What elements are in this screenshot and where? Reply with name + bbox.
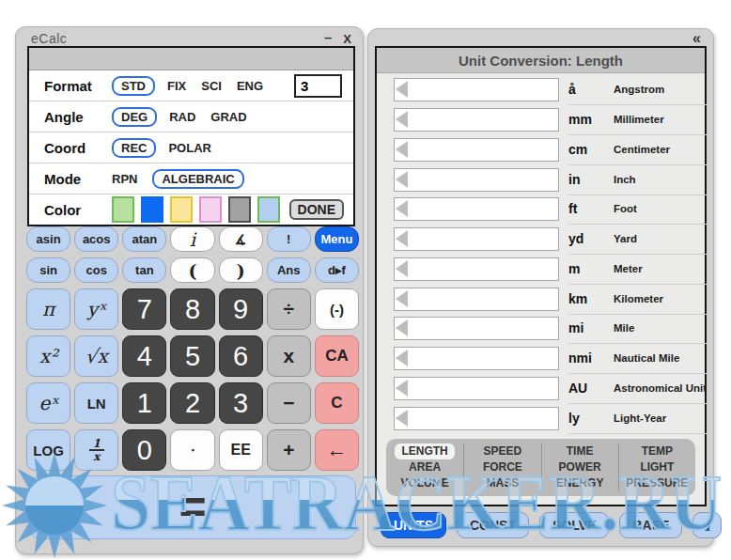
category-time[interactable]: TIME bbox=[560, 443, 600, 459]
tab-base[interactable]: BASE bbox=[619, 512, 682, 538]
minimize-icon[interactable]: – bbox=[324, 29, 332, 45]
open-paren-button[interactable]: ( bbox=[170, 257, 214, 283]
unit-input-mm[interactable] bbox=[394, 108, 559, 132]
subtract-button[interactable]: − bbox=[267, 382, 311, 424]
category-volume[interactable]: VOLUME bbox=[394, 475, 455, 491]
coord-option-rec[interactable]: REC bbox=[112, 138, 156, 158]
format-option-eng[interactable]: ENG bbox=[237, 79, 263, 93]
digit-4-button[interactable]: 4 bbox=[122, 335, 166, 377]
category-speed[interactable]: SPEED bbox=[477, 443, 529, 459]
unit-input-å[interactable] bbox=[394, 78, 559, 101]
color-swatch-green[interactable] bbox=[112, 196, 134, 223]
unit-input-ft[interactable] bbox=[394, 197, 559, 221]
digit-8-button[interactable]: 8 bbox=[170, 288, 214, 330]
unit-input-in[interactable] bbox=[394, 168, 559, 192]
info-tab[interactable]: i bbox=[692, 512, 722, 538]
atan-button[interactable]: atan bbox=[122, 226, 166, 252]
color-swatch-gray[interactable] bbox=[228, 196, 251, 223]
format-digits-input[interactable] bbox=[294, 74, 342, 98]
close-icon[interactable]: X bbox=[343, 32, 351, 46]
format-option-std[interactable]: STD bbox=[112, 76, 155, 96]
category-light[interactable]: LIGHT bbox=[633, 459, 680, 475]
multiply-button[interactable]: x bbox=[267, 335, 311, 377]
factorial-button[interactable]: ! bbox=[267, 226, 311, 252]
format-option-sci[interactable]: SCI bbox=[201, 79, 222, 93]
mode-option-algebraic[interactable]: ALGEBRAIC bbox=[152, 169, 243, 189]
color-swatch-pink[interactable] bbox=[199, 196, 222, 223]
square-button[interactable]: x² bbox=[26, 335, 70, 377]
unit-input-AU[interactable] bbox=[394, 377, 559, 400]
y-power-x-button[interactable]: yˣ bbox=[74, 288, 118, 330]
collapse-panel-icon[interactable]: « bbox=[692, 30, 699, 47]
angle-button[interactable]: ∡ bbox=[219, 226, 263, 252]
unit-row-m: mMeter bbox=[377, 255, 705, 285]
format-label: Format bbox=[44, 78, 112, 94]
unit-name: Kilometer bbox=[614, 293, 708, 304]
divide-button[interactable]: ÷ bbox=[267, 288, 311, 330]
negate-button[interactable]: (-) bbox=[315, 288, 359, 330]
category-force[interactable]: FORCE bbox=[476, 459, 529, 475]
dec-to-frac-button[interactable]: d▸f bbox=[315, 257, 359, 283]
category-power[interactable]: POWER bbox=[552, 459, 607, 475]
digit-7-button[interactable]: 7 bbox=[122, 288, 166, 330]
category-energy[interactable]: ENERGY bbox=[550, 475, 611, 491]
clear-button[interactable]: C bbox=[315, 382, 359, 424]
tan-button[interactable]: tan bbox=[122, 257, 166, 283]
digit-9-button[interactable]: 9 bbox=[219, 288, 263, 330]
color-swatch-lightblue[interactable] bbox=[257, 196, 280, 223]
digit-5-button[interactable]: 5 bbox=[170, 335, 214, 377]
close-paren-button[interactable]: ) bbox=[219, 257, 263, 283]
digit-2-button[interactable]: 2 bbox=[170, 382, 214, 424]
imaginary-i-button[interactable]: i bbox=[170, 226, 214, 252]
add-button[interactable]: + bbox=[267, 429, 311, 471]
unit-input-km[interactable] bbox=[394, 288, 559, 311]
digit-3-button[interactable]: 3 bbox=[219, 382, 263, 424]
menu-button[interactable]: Menu bbox=[315, 226, 359, 252]
backspace-button[interactable]: ← bbox=[315, 429, 359, 471]
decimal-point-button[interactable]: ▪ bbox=[170, 429, 214, 471]
category-area[interactable]: AREA bbox=[402, 459, 447, 475]
tab-units[interactable]: UNITS bbox=[381, 512, 446, 538]
category-pressure[interactable]: PRESSURE bbox=[619, 475, 694, 491]
angle-option-deg[interactable]: DEG bbox=[112, 107, 157, 127]
coord-option-polar[interactable]: POLAR bbox=[168, 141, 211, 155]
category-mass[interactable]: MASS bbox=[480, 475, 526, 491]
unit-input-nmi[interactable] bbox=[394, 347, 559, 370]
mode-option-rpn[interactable]: RPN bbox=[112, 172, 137, 186]
ee-button[interactable]: EE bbox=[219, 429, 263, 471]
done-button[interactable]: DONE bbox=[289, 199, 344, 220]
cos-button[interactable]: cos bbox=[74, 257, 118, 283]
square-root-button[interactable]: √x bbox=[74, 335, 118, 377]
unit-label-group-m: mMeter bbox=[568, 254, 708, 285]
unit-input-cm[interactable] bbox=[394, 138, 559, 162]
reciprocal-button[interactable]: 1x bbox=[74, 429, 118, 471]
angle-option-rad[interactable]: RAD bbox=[169, 110, 195, 124]
log-button[interactable]: LOG bbox=[26, 429, 70, 471]
e-power-x-button[interactable]: eˣ bbox=[26, 382, 70, 424]
ln-button[interactable]: LN bbox=[74, 382, 118, 424]
digit-6-button[interactable]: 6 bbox=[219, 335, 263, 377]
unit-input-ly[interactable] bbox=[394, 407, 559, 430]
unit-input-mi[interactable] bbox=[394, 317, 559, 340]
unit-input-m[interactable] bbox=[394, 257, 559, 281]
category-temp[interactable]: TEMP bbox=[635, 443, 679, 459]
sin-button[interactable]: sin bbox=[26, 257, 70, 283]
tab-const[interactable]: CONST bbox=[457, 512, 529, 538]
category-column-1: LENGTHAREAVOLUME bbox=[386, 443, 463, 491]
color-swatch-blue[interactable] bbox=[141, 196, 163, 223]
unit-input-yd[interactable] bbox=[394, 227, 559, 251]
digit-0-button[interactable]: 0 bbox=[122, 429, 166, 471]
equals-button[interactable]: = bbox=[29, 475, 356, 539]
angle-option-grad[interactable]: GRAD bbox=[210, 110, 246, 124]
category-length[interactable]: LENGTH bbox=[395, 443, 454, 459]
digit-1-button[interactable]: 1 bbox=[122, 382, 166, 424]
tab-solve[interactable]: SOLVE bbox=[539, 512, 609, 538]
color-swatch-yellow[interactable] bbox=[170, 196, 193, 223]
unit-row-ly: lyLight-Year bbox=[377, 403, 705, 433]
ans-button[interactable]: Ans bbox=[267, 257, 311, 283]
acos-button[interactable]: acos bbox=[74, 226, 118, 252]
pi-button[interactable]: π bbox=[26, 288, 70, 330]
format-option-fix[interactable]: FIX bbox=[167, 79, 186, 93]
asin-button[interactable]: asin bbox=[26, 226, 70, 252]
clear-all-button[interactable]: CA bbox=[315, 335, 359, 377]
